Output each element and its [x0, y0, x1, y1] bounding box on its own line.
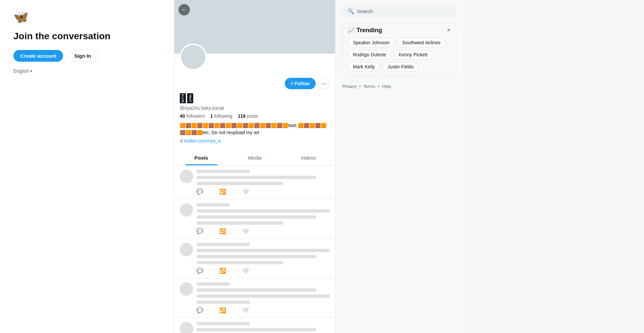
followers-stat[interactable]: 40 followers	[180, 113, 205, 119]
post-actions: 💬 🔁 🤍	[197, 228, 330, 234]
skeleton-line	[197, 322, 250, 325]
profile-header: ←	[174, 0, 335, 54]
post-avatar	[180, 282, 193, 296]
skeleton-line	[197, 294, 330, 298]
profile-link: X twitter.com/riya_a	[180, 138, 330, 144]
trending-header: 📈 Trending ×	[348, 27, 450, 34]
trending-tag[interactable]: Justin Fields	[382, 62, 419, 71]
skeleton-line	[197, 328, 316, 331]
language-selector[interactable]: English ▾	[13, 68, 161, 74]
footer-link-help[interactable]: Help	[382, 84, 391, 89]
skeleton-line	[197, 176, 316, 179]
repost-button[interactable]: 🔁	[219, 268, 226, 274]
comment-button[interactable]: 💬	[197, 307, 203, 314]
list-item: 💬 🔁 🤍	[174, 278, 335, 318]
create-account-button[interactable]: Create account	[13, 50, 63, 62]
skeleton-line	[197, 288, 316, 292]
trending-title: 📈 Trending	[348, 27, 382, 34]
sign-in-button[interactable]: Sign In	[67, 50, 98, 62]
footer-link-terms[interactable]: Terms	[363, 84, 375, 89]
footer-links: Privacy•Terms•Help	[342, 81, 456, 92]
footer-separator: •	[359, 84, 361, 89]
search-input[interactable]	[357, 8, 451, 14]
tagline: Join the conversation	[13, 30, 161, 42]
comment-button[interactable]: 💬	[197, 228, 203, 234]
trending-box: 📈 Trending × Speaker JohnsonSouthwest Ai…	[342, 22, 456, 76]
tab-media[interactable]: Media	[228, 150, 282, 165]
trending-tags: Speaker JohnsonSouthwest AirlinesRodrigo…	[348, 38, 450, 71]
trending-tag[interactable]: Kenny Pickett	[394, 50, 433, 59]
repost-button[interactable]: 🔁	[219, 188, 226, 195]
list-item: 💬 🔁 🤍	[174, 166, 335, 199]
repost-button[interactable]: 🔁	[219, 307, 226, 314]
chevron-down-icon: ▾	[30, 69, 32, 73]
profile-bio: 🟧🟫🟧🟫🟧🟫🟧🟫🟧🟫🟧🟫🟧🟫🟧🟫🟧🟫🟧twst 🟧🟫🟧🟫🟧🟫🟧🟫🟧etc. Do…	[180, 122, 330, 136]
search-icon: 🔍	[347, 8, 354, 14]
profile-badges: ILLUS TRAT	[180, 93, 330, 103]
posts-feed: 💬 🔁 🤍 💬 🔁 🤍	[174, 166, 335, 333]
post-actions: 💬 🔁 🤍	[197, 268, 330, 274]
skeleton-line	[197, 300, 250, 304]
skeleton-line	[197, 282, 230, 286]
language-label: English	[13, 68, 29, 74]
comment-button[interactable]: 💬	[197, 268, 203, 274]
app-logo: 🦋	[13, 10, 161, 24]
badge-1: ILLUS	[180, 93, 186, 103]
skeleton-line	[197, 249, 330, 252]
profile-avatar-wrap	[180, 44, 207, 70]
search-bar: 🔍	[342, 5, 456, 17]
skeleton-line	[197, 261, 283, 264]
skeleton-line	[197, 243, 250, 246]
post-content: 💬 🔁 🤍	[197, 243, 330, 274]
right-sidebar: 🔍 📈 Trending × Speaker JohnsonSouthwest …	[335, 0, 463, 333]
post-avatar	[180, 243, 193, 256]
like-button[interactable]: 🤍	[242, 307, 249, 314]
skeleton-line	[197, 170, 250, 173]
skeleton-line	[197, 209, 330, 213]
repost-button[interactable]: 🔁	[219, 228, 226, 234]
tab-videos[interactable]: Videos	[281, 150, 335, 165]
left-sidebar: 🦋 Join the conversation Create account S…	[0, 0, 174, 333]
post-content: 💬 🔁 🤍	[197, 322, 330, 333]
post-actions: 💬 🔁 🤍	[197, 188, 330, 195]
skeleton-line	[197, 221, 283, 225]
profile-actions: + Follow ···	[174, 74, 335, 92]
badge-2: TRAT	[187, 93, 193, 103]
list-item: 💬 🔁 🤍	[174, 199, 335, 239]
profile-stats: 40 followers 1 following 116 posts	[180, 113, 330, 119]
more-options-button[interactable]: ···	[318, 78, 330, 89]
like-button[interactable]: 🤍	[242, 188, 249, 195]
profile-tabs: Posts Media Videos	[174, 150, 335, 166]
footer-link-privacy[interactable]: Privacy	[342, 84, 357, 89]
main-content: ← + Follow ··· ILLUS TRAT @riya2nu.bsky.…	[174, 0, 335, 333]
post-actions: 💬 🔁 🤍	[197, 307, 330, 314]
posts-stat: 116 posts	[238, 113, 258, 119]
post-content: 💬 🔁 🤍	[197, 170, 330, 195]
skeleton-line	[197, 215, 316, 219]
auth-buttons: Create account Sign In	[13, 50, 161, 62]
comment-button[interactable]: 💬	[197, 188, 203, 195]
follow-button[interactable]: + Follow	[285, 78, 316, 89]
profile-handle: @riya2nu.bsky.social	[180, 105, 330, 111]
like-button[interactable]: 🤍	[242, 228, 249, 234]
trending-tag[interactable]: Speaker Johnson	[348, 38, 394, 47]
post-avatar	[180, 203, 193, 217]
post-content: 💬 🔁 🤍	[197, 203, 330, 234]
list-item: 💬 🔁 🤍	[174, 239, 335, 278]
trending-icon: 📈	[348, 27, 355, 34]
trending-tag[interactable]: Mark Kelly	[348, 62, 380, 71]
skeleton-line	[197, 255, 316, 258]
skeleton-line	[197, 182, 283, 185]
close-trending-button[interactable]: ×	[447, 27, 450, 34]
trending-tag[interactable]: Southwest Airlines	[397, 38, 445, 47]
profile-info: ILLUS TRAT @riya2nu.bsky.social 40 follo…	[174, 92, 335, 148]
post-avatar	[180, 170, 193, 183]
tab-posts[interactable]: Posts	[174, 150, 228, 165]
twitter-link[interactable]: twitter.com/riya_a	[184, 138, 221, 144]
back-button[interactable]: ←	[178, 4, 190, 15]
footer-separator: •	[378, 84, 380, 89]
like-button[interactable]: 🤍	[242, 268, 249, 274]
skeleton-line	[197, 203, 230, 207]
following-stat[interactable]: 1 following	[210, 113, 232, 119]
trending-tag[interactable]: Rodrigo Duterte	[348, 50, 391, 59]
